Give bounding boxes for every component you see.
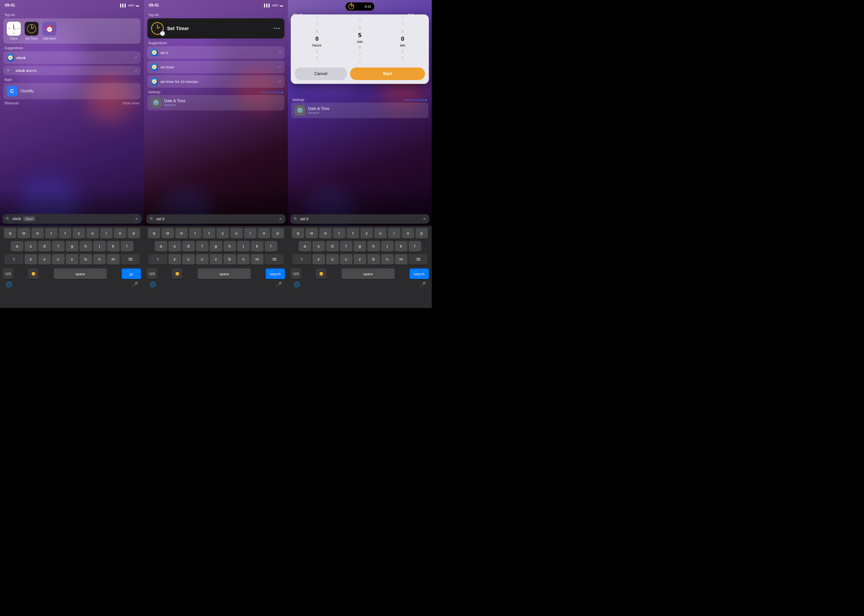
picker-sec[interactable]: 2 3 4 0 sec 1 2 3 xyxy=(381,17,424,65)
key2-shift[interactable]: ⇧ xyxy=(148,254,167,265)
key3-z[interactable]: z xyxy=(312,254,325,265)
key-shift[interactable]: ⇧ xyxy=(5,254,24,265)
key-emoji-1[interactable]: 😊 xyxy=(28,269,39,279)
key2-d[interactable]: d xyxy=(182,241,195,251)
key3-u[interactable]: u xyxy=(374,228,387,239)
key-g[interactable]: g xyxy=(66,241,78,251)
key3-emoji[interactable]: 😊 xyxy=(316,269,326,279)
key2-c[interactable]: c xyxy=(196,254,209,265)
key-f[interactable]: f xyxy=(52,241,65,251)
key3-i[interactable]: i xyxy=(388,228,400,239)
key3-b[interactable]: b xyxy=(367,254,380,265)
key3-s[interactable]: s xyxy=(312,241,325,251)
key3-w[interactable]: w xyxy=(305,228,318,239)
key-x[interactable]: x xyxy=(38,254,51,265)
key3-y[interactable]: y xyxy=(360,228,373,239)
key2-g[interactable]: g xyxy=(210,241,222,251)
key3-v[interactable]: v xyxy=(354,254,366,265)
suggestion-settimer10[interactable]: 🧭 set timer for 10 minutes ↗ xyxy=(147,75,285,88)
search-bar-3[interactable]: 🔍 set ti ✕ xyxy=(290,214,430,224)
search-suggestion-row[interactable]: 🔍 clock alarms ↗ xyxy=(3,66,140,75)
search-in-app-3[interactable]: Search in App ▶ xyxy=(404,98,427,102)
key3-search[interactable]: search xyxy=(409,269,429,279)
key2-delete[interactable]: ⌫ xyxy=(265,254,283,265)
key2-k[interactable]: k xyxy=(251,241,263,251)
mic-icon-1[interactable]: 🎤 xyxy=(132,281,138,288)
top-hit-alarm[interactable]: ⏰ Add Alarm xyxy=(42,22,57,40)
key2-123[interactable]: 123 xyxy=(147,269,157,279)
key-123-1[interactable]: 123 xyxy=(3,269,13,279)
key2-s[interactable]: s xyxy=(168,241,181,251)
key2-space[interactable]: space xyxy=(198,269,251,279)
key2-f[interactable]: f xyxy=(196,241,209,251)
key-s[interactable]: s xyxy=(25,241,37,251)
key3-e[interactable]: e xyxy=(319,228,332,239)
key2-j[interactable]: j xyxy=(237,241,250,251)
key-e[interactable]: e xyxy=(31,228,44,239)
key3-r[interactable]: r xyxy=(333,228,345,239)
key2-m[interactable]: m xyxy=(251,254,263,265)
key3-p[interactable]: p xyxy=(415,228,428,239)
key-q[interactable]: q xyxy=(4,228,16,239)
key-u[interactable]: u xyxy=(86,228,99,239)
key-n[interactable]: n xyxy=(93,254,106,265)
dynamic-island[interactable]: 9:41 xyxy=(345,2,375,11)
key2-n[interactable]: n xyxy=(237,254,250,265)
key2-t[interactable]: t xyxy=(203,228,215,239)
key3-delete[interactable]: ⌫ xyxy=(409,254,427,265)
globe-icon-3[interactable]: 🌐 xyxy=(294,281,300,288)
key3-t[interactable]: t xyxy=(347,228,359,239)
key-go[interactable]: go xyxy=(122,269,141,279)
key2-o[interactable]: o xyxy=(258,228,270,239)
key-v[interactable]: v xyxy=(66,254,78,265)
timer-picker[interactable]: 2 3 4 0 hours 1 2 3 4 5 5 min 6 7 8 2 xyxy=(291,17,429,65)
key-h[interactable]: h xyxy=(80,241,92,251)
key2-h[interactable]: h xyxy=(223,241,236,251)
key3-k[interactable]: k xyxy=(395,241,408,251)
mic-icon-2[interactable]: 🎤 xyxy=(275,281,282,288)
settings-row-3[interactable]: ⚙️ Date & Time General xyxy=(291,103,428,118)
key-w[interactable]: w xyxy=(17,228,30,239)
key-z[interactable]: z xyxy=(25,254,37,265)
key-space-1[interactable]: space xyxy=(54,269,107,279)
key3-x[interactable]: x xyxy=(326,254,339,265)
key3-o[interactable]: o xyxy=(401,228,414,239)
key3-q[interactable]: q xyxy=(292,228,304,239)
more-dots[interactable]: ••• xyxy=(274,25,281,31)
key-p[interactable]: p xyxy=(127,228,140,239)
key3-space[interactable]: space xyxy=(342,269,395,279)
key2-w[interactable]: w xyxy=(162,228,174,239)
key3-a[interactable]: a xyxy=(299,241,311,251)
key3-d[interactable]: d xyxy=(326,241,339,251)
search-bar-2[interactable]: 🔍 set ti ✕ xyxy=(146,214,285,224)
picker-min[interactable]: 4 5 5 min 6 7 8 xyxy=(338,17,381,65)
key3-shift[interactable]: ⇧ xyxy=(293,254,311,265)
key-l[interactable]: l xyxy=(121,241,133,251)
key2-a[interactable]: a xyxy=(155,241,167,251)
key3-j[interactable]: j xyxy=(381,241,393,251)
key-o[interactable]: o xyxy=(114,228,126,239)
key2-p[interactable]: p xyxy=(271,228,284,239)
search-clear-1[interactable]: ✕ xyxy=(135,217,138,221)
key3-g[interactable]: g xyxy=(354,241,366,251)
search-clear-3[interactable]: ✕ xyxy=(423,217,426,221)
show-more-btn[interactable]: Show More xyxy=(123,101,140,105)
key-a[interactable]: a xyxy=(11,241,24,251)
key2-z[interactable]: z xyxy=(168,254,181,265)
timer-cancel-btn[interactable]: Cancel xyxy=(294,68,347,80)
key-k[interactable]: k xyxy=(107,241,120,251)
search-bar-1[interactable]: 🔍 clock Open ✕ xyxy=(2,214,142,224)
top-hit-dark-card[interactable]: 🕐 Set Timer ••• xyxy=(147,18,285,39)
key2-emoji[interactable]: 😊 xyxy=(172,269,183,279)
key3-m[interactable]: m xyxy=(395,254,408,265)
picker-hours[interactable]: 2 3 4 0 hours 1 2 3 xyxy=(296,17,338,65)
key3-l[interactable]: l xyxy=(409,241,421,251)
key3-c[interactable]: c xyxy=(340,254,353,265)
globe-icon-2[interactable]: 🌐 xyxy=(150,281,156,288)
key2-u[interactable]: u xyxy=(230,228,243,239)
key3-123[interactable]: 123 xyxy=(291,269,301,279)
top-hit-clock[interactable]: Clock xyxy=(7,22,21,40)
key2-v[interactable]: v xyxy=(210,254,222,265)
settings-row-2[interactable]: ⚙️ Date & Time General xyxy=(147,95,285,110)
key-b[interactable]: b xyxy=(80,254,92,265)
